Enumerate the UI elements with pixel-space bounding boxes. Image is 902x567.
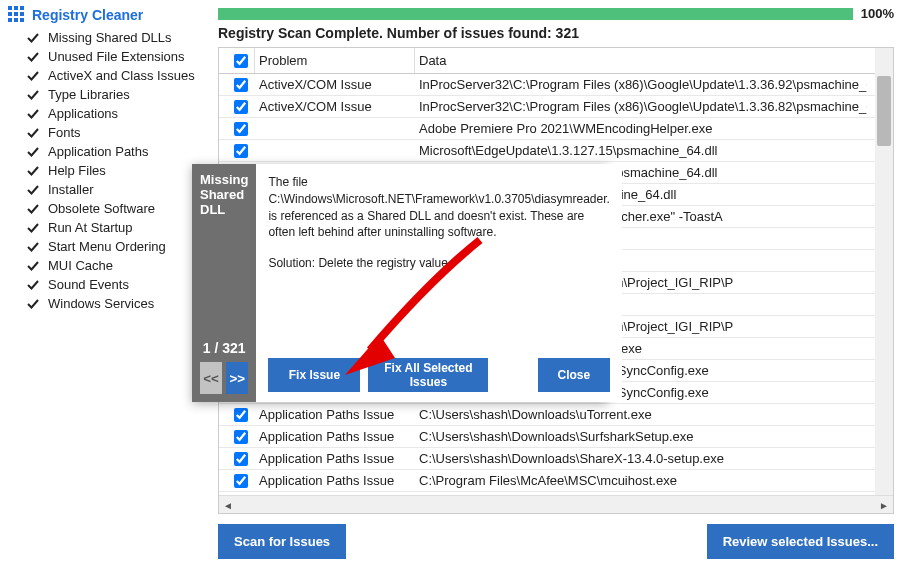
check-icon [26, 88, 40, 102]
next-issue-button[interactable]: >> [226, 362, 248, 394]
sidebar-item-label: Unused File Extensions [48, 49, 185, 64]
sidebar-item[interactable]: Installer [8, 180, 210, 199]
close-popup-button[interactable]: Close [538, 358, 610, 392]
row-problem: Application Paths Issue [255, 407, 415, 422]
popup-text-l3: is referenced as a Shared DLL and doesn'… [268, 209, 584, 240]
row-checkbox[interactable] [234, 100, 248, 114]
row-problem: Application Paths Issue [255, 451, 415, 466]
check-icon [26, 145, 40, 159]
sidebar-item[interactable]: Windows Services [8, 294, 210, 313]
row-data: C:\Users\shash\Downloads\uTorrent.exe [415, 407, 867, 422]
prev-issue-button[interactable]: << [200, 362, 222, 394]
fix-issue-button[interactable]: Fix Issue [268, 358, 360, 392]
row-data: InProcServer32\C:\Program Files (x86)\Go… [415, 77, 867, 92]
sidebar-item[interactable]: ActiveX and Class Issues [8, 66, 210, 85]
sidebar-item[interactable]: Start Menu Ordering [8, 237, 210, 256]
check-icon [26, 126, 40, 140]
table-row[interactable]: ActiveX/COM IssueInProcServer32\C:\Progr… [219, 74, 875, 96]
sidebar-item-label: Fonts [48, 125, 81, 140]
sidebar-item[interactable]: Missing Shared DLLs [8, 28, 210, 47]
popup-issue-type: Missing Shared DLL [200, 172, 248, 217]
col-header-problem[interactable]: Problem [255, 48, 415, 73]
check-icon [26, 202, 40, 216]
popup-description: The file C:\Windows\Microsoft.NET\Framew… [268, 174, 609, 358]
row-checkbox[interactable] [234, 122, 248, 136]
scroll-left-icon[interactable]: ◄ [219, 496, 237, 514]
check-icon [26, 69, 40, 83]
sidebar-item-label: MUI Cache [48, 258, 113, 273]
check-icon [26, 31, 40, 45]
row-checkbox[interactable] [234, 474, 248, 488]
sidebar-item-label: Obsolete Software [48, 201, 155, 216]
table-row[interactable]: Adobe Premiere Pro 2021\WMEncodingHelper… [219, 118, 875, 140]
registry-icon [8, 6, 26, 24]
popup-solution: Solution: Delete the registry value. [268, 255, 609, 272]
review-selected-issues-button[interactable]: Review selected Issues... [707, 524, 894, 559]
sidebar-item[interactable]: Application Paths [8, 142, 210, 161]
sidebar-item-label: ActiveX and Class Issues [48, 68, 195, 83]
sidebar-title-text: Registry Cleaner [32, 7, 143, 23]
row-checkbox[interactable] [234, 408, 248, 422]
col-header-data[interactable]: Data [415, 53, 867, 68]
popup-text-l2: C:\Windows\Microsoft.NET\Framework\v1.0.… [268, 192, 609, 206]
horizontal-scrollbar[interactable]: ◄ ► [219, 495, 893, 513]
progress-row: 100% [218, 6, 894, 21]
row-problem: Application Paths Issue [255, 429, 415, 444]
table-row[interactable]: ActiveX/COM IssueInProcServer32\C:\Progr… [219, 96, 875, 118]
fix-all-selected-button[interactable]: Fix All Selected Issues [368, 358, 488, 392]
sidebar-item[interactable]: Applications [8, 104, 210, 123]
sidebar-item-label: Application Paths [48, 144, 148, 159]
sidebar-item[interactable]: Obsolete Software [8, 199, 210, 218]
row-data: Microsoft\EdgeUpdate\1.3.127.15\psmachin… [415, 143, 867, 158]
row-data: Adobe Premiere Pro 2021\WMEncodingHelper… [415, 121, 867, 136]
check-icon [26, 240, 40, 254]
row-checkbox[interactable] [234, 144, 248, 158]
row-checkbox[interactable] [234, 78, 248, 92]
scroll-right-icon[interactable]: ► [875, 496, 893, 514]
sidebar-item-label: Installer [48, 182, 94, 197]
popup-counter: 1 / 321 [200, 340, 248, 356]
scan-for-issues-button[interactable]: Scan for Issues [218, 524, 346, 559]
row-problem: ActiveX/COM Issue [255, 99, 415, 114]
sidebar-item-label: Windows Services [48, 296, 154, 311]
sidebar-item[interactable]: Fonts [8, 123, 210, 142]
sidebar: Registry Cleaner Missing Shared DLLsUnus… [0, 0, 210, 567]
vertical-scrollbar[interactable] [875, 48, 893, 495]
table-row[interactable]: Application Paths IssueC:\Users\shash\Do… [219, 426, 875, 448]
table-row[interactable]: Microsoft\EdgeUpdate\1.3.127.15\psmachin… [219, 140, 875, 162]
popup-body: The file C:\Windows\Microsoft.NET\Framew… [256, 164, 621, 402]
sidebar-item[interactable]: Run At Startup [8, 218, 210, 237]
sidebar-item[interactable]: Type Libraries [8, 85, 210, 104]
issue-detail-popup: Missing Shared DLL 1 / 321 << >> The fil… [192, 164, 608, 402]
row-data: C:\Users\shash\Downloads\ShareX-13.4.0-s… [415, 451, 867, 466]
sidebar-item[interactable]: Unused File Extensions [8, 47, 210, 66]
sidebar-item[interactable]: MUI Cache [8, 256, 210, 275]
row-problem: Application Paths Issue [255, 473, 415, 488]
progress-percent: 100% [861, 6, 894, 21]
table-row[interactable]: Application Paths IssueC:\Users\shash\Do… [219, 448, 875, 470]
sidebar-item-label: Run At Startup [48, 220, 133, 235]
check-icon [26, 259, 40, 273]
check-icon [26, 297, 40, 311]
check-icon [26, 183, 40, 197]
progress-bar [218, 8, 853, 20]
check-icon [26, 107, 40, 121]
row-checkbox[interactable] [234, 452, 248, 466]
table-row[interactable]: Application Paths IssueC:\Program Files\… [219, 470, 875, 492]
table-row[interactable]: Application Paths IssueC:\Users\shash\Do… [219, 404, 875, 426]
sidebar-item-label: Sound Events [48, 277, 129, 292]
sidebar-title: Registry Cleaner [8, 6, 210, 24]
row-problem: ActiveX/COM Issue [255, 77, 415, 92]
scan-complete-text: Registry Scan Complete. Number of issues… [218, 25, 894, 41]
row-data: InProcServer32\C:\Program Files (x86)\Go… [415, 99, 867, 114]
vertical-scrollbar-thumb[interactable] [877, 76, 891, 146]
sidebar-item[interactable]: Help Files [8, 161, 210, 180]
footer-buttons: Scan for Issues Review selected Issues..… [218, 524, 894, 559]
select-all-checkbox[interactable] [234, 54, 248, 68]
sidebar-item-label: Missing Shared DLLs [48, 30, 172, 45]
check-icon [26, 50, 40, 64]
row-checkbox[interactable] [234, 430, 248, 444]
sidebar-item-label: Applications [48, 106, 118, 121]
sidebar-item[interactable]: Sound Events [8, 275, 210, 294]
check-icon [26, 221, 40, 235]
